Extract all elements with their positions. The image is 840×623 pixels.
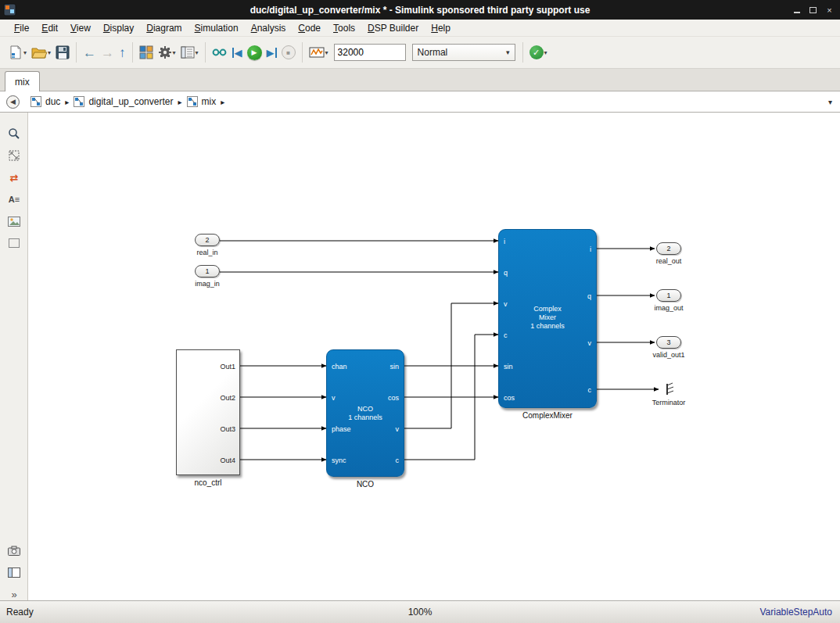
- scope-waveform-icon: [309, 46, 325, 59]
- mixer-port-v-out: v: [588, 339, 592, 347]
- stop-button[interactable]: ■: [279, 41, 298, 63]
- mixer-port-i-in: i: [504, 238, 505, 245]
- forward-button[interactable]: →: [99, 41, 117, 63]
- window-controls: ×: [791, 4, 837, 16]
- maximize-button[interactable]: [807, 4, 819, 16]
- menu-simulation[interactable]: Simulation: [188, 21, 245, 35]
- mixer-title-line2: Mixer: [499, 313, 596, 322]
- menu-help[interactable]: Help: [425, 21, 457, 35]
- solver-name[interactable]: VariableStepAuto: [759, 607, 840, 618]
- annotation-button[interactable]: A≡: [5, 191, 23, 208]
- mixer-port-i-out: i: [590, 245, 591, 253]
- gear-icon: [158, 45, 172, 59]
- model-block-icon: [187, 96, 198, 107]
- nco-ctrl-port-out3: Out3: [220, 425, 235, 433]
- menu-analysis[interactable]: Analysis: [245, 21, 293, 35]
- zoom-button[interactable]: [5, 125, 23, 142]
- breadcrumb-label: duc: [45, 96, 60, 107]
- simulink-app-icon: [3, 3, 16, 16]
- menu-diagram[interactable]: Diagram: [140, 21, 188, 35]
- model-explorer-button[interactable]: ▾: [178, 41, 201, 63]
- simulation-stop-time-input[interactable]: [334, 44, 406, 61]
- diagram-canvas[interactable]: 2 real_in 1 imag_in Out1 Out2 Out3 Out4 …: [28, 113, 840, 600]
- mixer-port-c-in: c: [504, 331, 508, 339]
- minimize-button[interactable]: [791, 4, 802, 16]
- simulation-display-button[interactable]: ▾: [307, 41, 331, 63]
- image-annotation-button[interactable]: [5, 213, 23, 230]
- save-button[interactable]: [53, 41, 72, 63]
- mixer-port-q-in: q: [504, 269, 508, 277]
- block-caption-complex-mixer: ComplexMixer: [498, 411, 597, 420]
- menu-edit[interactable]: Edit: [35, 21, 64, 35]
- block-complex-mixer[interactable]: i q v c sin cos i q v c Complex Mixer 1 …: [498, 229, 597, 408]
- outport-imag-out[interactable]: 1 imag_out: [644, 289, 694, 312]
- simulink-window: { "window": { "title": "duc/digital_up_c…: [0, 0, 840, 623]
- nco-ctrl-port-out1: Out1: [220, 363, 235, 371]
- breadcrumb-label: mix: [202, 96, 217, 107]
- terminator-icon: [661, 382, 677, 396]
- connect-to-target-button[interactable]: [210, 41, 230, 63]
- mixer-block-title: Complex Mixer 1 channels: [499, 305, 596, 331]
- library-browser-button[interactable]: [137, 41, 156, 63]
- mixer-title-line3: 1 channels: [499, 322, 596, 331]
- fit-to-view-button[interactable]: [5, 147, 23, 164]
- connect-icon: [212, 46, 228, 59]
- forward-arrow-icon: →: [101, 46, 114, 59]
- update-diagram-button[interactable]: ⇄: [5, 169, 23, 186]
- model-configuration-button[interactable]: ▾: [156, 41, 178, 63]
- mixer-port-sin: sin: [504, 363, 513, 371]
- close-button[interactable]: ×: [824, 4, 835, 16]
- outport-oval[interactable]: 3: [656, 336, 681, 349]
- menu-tools[interactable]: Tools: [327, 21, 361, 35]
- inport-imag-in[interactable]: 1 imag_in: [182, 265, 232, 288]
- nco-ctrl-port-out4: Out4: [220, 457, 235, 464]
- inport-oval[interactable]: 2: [195, 234, 220, 246]
- image-icon: [8, 217, 20, 227]
- step-back-icon: ◀: [232, 48, 242, 58]
- box-outline-icon: [9, 238, 20, 248]
- block-nco-ctrl[interactable]: Out1 Out2 Out3 Out4: [176, 349, 240, 475]
- step-forward-icon: ▶: [267, 48, 277, 58]
- menu-display[interactable]: Display: [97, 21, 140, 35]
- outport-real-out[interactable]: 2 real_out: [644, 242, 694, 265]
- block-caption-nco: NCO: [326, 480, 404, 489]
- chevron-down-icon: ▾: [173, 49, 176, 56]
- area-box-button[interactable]: [5, 235, 23, 252]
- nco-port-v-out: v: [396, 425, 400, 433]
- block-nco[interactable]: chan v phase sync sin cos v c NCO 1 chan…: [326, 349, 404, 477]
- menu-view[interactable]: View: [64, 21, 97, 35]
- outport-valid-out1[interactable]: 3 valid_out1: [644, 336, 694, 359]
- outport-oval[interactable]: 1: [656, 289, 681, 302]
- run-button[interactable]: ▶: [245, 41, 264, 63]
- menu-dsp-builder[interactable]: DSP Builder: [361, 21, 425, 35]
- breadcrumb-item-duc[interactable]: duc: [31, 96, 60, 107]
- build-check-button[interactable]: ✓ ▾: [527, 41, 550, 63]
- breadcrumb-item-digital-up-converter[interactable]: digital_up_converter: [74, 96, 173, 107]
- up-to-parent-button[interactable]: ↑: [117, 41, 128, 63]
- tab-mix[interactable]: mix: [5, 71, 40, 91]
- simulation-mode-select[interactable]: Normal ▾: [412, 44, 515, 61]
- menu-code[interactable]: Code: [292, 21, 327, 35]
- menu-file[interactable]: File: [8, 21, 35, 35]
- inport-oval[interactable]: 1: [195, 265, 220, 277]
- new-model-button[interactable]: ▾: [6, 41, 29, 63]
- magnifier-icon: [8, 127, 20, 140]
- breadcrumb-dropdown-button[interactable]: ▾: [828, 98, 832, 106]
- back-button[interactable]: ←: [81, 41, 99, 63]
- model-browser-toggle-button[interactable]: ◀: [6, 95, 20, 109]
- breadcrumb-item-mix[interactable]: mix: [187, 96, 217, 107]
- outport-oval[interactable]: 2: [656, 242, 681, 255]
- viewmarks-button[interactable]: [5, 542, 23, 559]
- step-back-button[interactable]: ◀: [230, 41, 245, 63]
- block-terminator[interactable]: Terminator: [644, 382, 694, 406]
- double-arrow-icon: ⇄: [10, 172, 19, 184]
- nco-port-chan: chan: [332, 363, 347, 371]
- step-forward-button[interactable]: ▶: [264, 41, 279, 63]
- model-browser-panel-button[interactable]: [5, 564, 23, 581]
- inport-real-in[interactable]: 2 real_in: [182, 234, 232, 256]
- open-button[interactable]: ▾: [29, 41, 53, 63]
- stop-icon: ■: [282, 45, 296, 59]
- breadcrumb-separator-icon: ▸: [221, 98, 224, 106]
- block-caption-nco-ctrl: nco_ctrl: [176, 478, 240, 487]
- title-bar: duc/digital_up_converter/mix * - Simulin…: [0, 0, 840, 20]
